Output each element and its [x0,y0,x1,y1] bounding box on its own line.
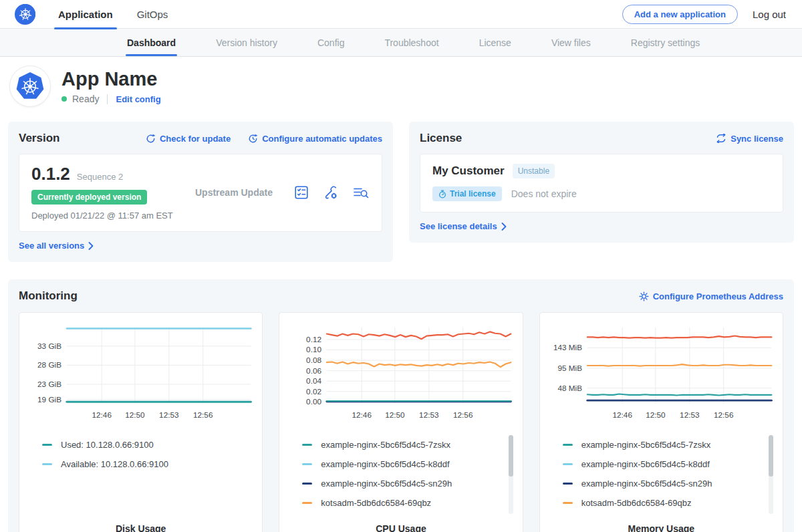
version-card: Version Check for update Configure autom… [8,122,393,262]
version-number: 0.1.2 [31,164,70,184]
legend-color-dash [563,444,573,446]
legend-color-dash [563,463,573,465]
legend-label: kotsadm-5db6dc6584-69qbz [321,498,431,508]
gear-icon [639,291,649,301]
legend-label: example-nginx-5bc6f5d4c5-7zskx [581,440,711,450]
kubernetes-app-icon [15,72,45,101]
tab-dashboard[interactable]: Dashboard [126,37,177,56]
legend-color-dash [563,483,573,485]
add-new-application-button[interactable]: Add a new application [622,5,738,24]
svg-text:33 GiB: 33 GiB [37,342,61,350]
cpu-usage-chart: 0.000.020.040.060.080.100.1212:4612:5012… [287,321,514,428]
check-for-update-link[interactable]: Check for update [146,134,231,144]
svg-text:28 GiB: 28 GiB [37,360,61,369]
legend-label: example-nginx-5bc6f5d4c5-7zskx [321,440,450,450]
see-license-details-link[interactable]: See license details [420,221,507,231]
kubernetes-logo-icon[interactable] [15,4,35,25]
legend-color-dash [563,502,573,504]
disk-usage-chart-card: 19 GiB23 GiB28 GiB33 GiB12:4612:5012:531… [19,312,263,532]
tab-view-files[interactable]: View files [550,37,592,56]
edit-config-link[interactable]: Edit config [116,94,160,104]
svg-text:143 MiB: 143 MiB [553,343,582,352]
svg-text:0.10: 0.10 [306,345,321,354]
top-navbar: Application GitOps Add a new application… [0,0,802,29]
topnav-tab-application[interactable]: Application [58,0,113,29]
tab-troubleshoot[interactable]: Troubleshoot [383,37,440,56]
stopwatch-icon [438,190,446,198]
version-source-label: Upstream Update [195,187,273,198]
scrollbar-thumb[interactable] [769,435,773,477]
clock-arrow-icon [248,134,258,144]
channel-badge: Unstable [513,164,555,178]
svg-text:95 MiB: 95 MiB [557,364,582,372]
app-avatar [9,65,51,107]
configure-prometheus-link[interactable]: Configure Prometheus Address [639,291,783,301]
svg-text:12:46: 12:46 [612,410,632,419]
legend-item: Used: 10.128.0.66:9100 [42,435,254,454]
svg-text:12:53: 12:53 [680,410,700,419]
sync-license-link[interactable]: Sync license [716,134,783,144]
tab-license[interactable]: License [478,37,513,56]
svg-text:0.12: 0.12 [306,335,321,344]
legend-label: Used: 10.128.0.66:9100 [61,440,154,450]
legend-color-dash [42,463,52,465]
legend-item: kotsadm-5db6dc6584-69qbz [563,493,775,513]
cpu-usage-chart-card: 0.000.020.040.060.080.100.1212:4612:5012… [279,312,523,532]
sync-arrows-icon [716,134,726,143]
svg-text:12:56: 12:56 [714,410,734,419]
tab-config[interactable]: Config [316,37,346,56]
deployed-timestamp: Deployed 01/21/22 @ 11:57 am EST [31,211,195,221]
chart-title: Disk Usage [27,517,254,532]
currently-deployed-badge: Currently deployed version [31,190,147,205]
svg-text:12:56: 12:56 [453,410,473,419]
svg-text:0.04: 0.04 [306,376,321,385]
view-diff-logs-icon[interactable] [352,184,370,201]
topnav-tab-gitops[interactable]: GitOps [137,0,168,29]
tab-version-history[interactable]: Version history [215,37,279,56]
customer-name: My Customer [432,164,505,178]
svg-text:0.08: 0.08 [306,356,321,364]
legend-item: Available: 10.128.0.66:9100 [42,454,254,474]
svg-text:12:53: 12:53 [419,410,439,419]
config-wrench-gear-icon[interactable] [323,184,339,201]
legend-item: example-nginx-5bc6f5d4c5-k8ddf [563,454,775,474]
legend-scrollbar[interactable] [769,435,773,514]
configure-automatic-updates-link[interactable]: Configure automatic updates [248,134,382,144]
svg-text:12:50: 12:50 [385,410,405,419]
sequence-label: Sequence 2 [77,172,123,182]
legend-label: example-nginx-5bc6f5d4c5-sn29h [581,479,712,489]
legend-label: example-nginx-5bc6f5d4c5-k8ddf [581,459,710,469]
tab-registry-settings[interactable]: Registry settings [630,37,701,56]
license-expiry-text: Does not expire [511,188,577,199]
svg-text:12:50: 12:50 [125,410,145,419]
trial-license-badge: Trial license [432,186,502,201]
logout-button[interactable]: Log out [753,9,786,20]
license-card: License Sync license My Customer Unstabl… [409,122,794,243]
memory-usage-chart-card: 48 MiB95 MiB143 MiB12:4612:5012:5312:56 … [539,312,783,532]
cpu-usage-legend: example-nginx-5bc6f5d4c5-7zskxexample-ng… [287,435,514,517]
page-title: App Name [61,68,161,90]
memory-usage-chart: 48 MiB95 MiB143 MiB12:4612:5012:5312:56 [548,321,775,428]
svg-text:12:50: 12:50 [646,410,666,419]
svg-text:12:53: 12:53 [159,410,179,419]
legend-color-dash [42,444,52,446]
legend-item: kotsadm-5db6dc6584-69qbz [302,493,514,513]
see-all-versions-link[interactable]: See all versions [19,241,94,251]
chart-title: CPU Usage [287,517,514,532]
legend-label: Available: 10.128.0.66:9100 [61,459,168,469]
license-card-title: License [420,132,462,145]
svg-text:0.00: 0.00 [306,397,321,406]
disk-usage-chart: 19 GiB23 GiB28 GiB33 GiB12:4612:5012:531… [27,321,254,428]
legend-scrollbar[interactable] [509,435,513,514]
legend-label: example-nginx-5bc6f5d4c5-k8ddf [321,459,449,469]
legend-item: example-nginx-5bc6f5d4c5-sn29h [302,474,514,493]
svg-text:23 GiB: 23 GiB [37,380,61,388]
scrollbar-thumb[interactable] [509,435,513,477]
preflight-checks-icon[interactable] [293,184,309,201]
app-header: App Name Ready Edit config [0,57,802,115]
svg-text:0.02: 0.02 [306,387,321,396]
svg-text:12:46: 12:46 [92,410,112,419]
legend-label: example-nginx-5bc6f5d4c5-sn29h [321,479,452,489]
legend-color-dash [302,444,312,446]
legend-item: example-nginx-5bc6f5d4c5-k8ddf [302,454,514,474]
